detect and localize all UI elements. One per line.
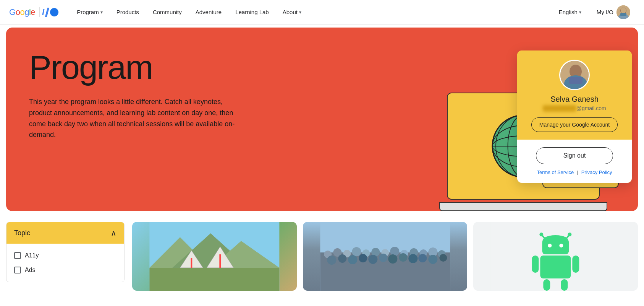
- hero-title: Program: [29, 50, 243, 84]
- svg-rect-71: [544, 279, 550, 291]
- svg-point-54: [379, 254, 387, 262]
- nav-learning-lab[interactable]: Learning Lab: [229, 6, 275, 18]
- filter-items: A11y Ads: [6, 244, 124, 282]
- svg-rect-69: [532, 256, 539, 273]
- sign-out-button[interactable]: Sign out: [536, 147, 613, 164]
- svg-point-3: [621, 7, 626, 13]
- privacy-policy-link[interactable]: Privacy Policy: [581, 169, 612, 175]
- nav-adventure[interactable]: Adventure: [189, 6, 228, 18]
- svg-point-58: [418, 254, 427, 262]
- io-logo: I: [39, 7, 58, 17]
- nav-links: Program ▾ Products Community Adventure L…: [71, 6, 554, 18]
- filter-label-a11y: A11y: [25, 252, 39, 259]
- svg-point-52: [359, 254, 367, 262]
- svg-point-57: [408, 254, 417, 263]
- user-name: Selva Ganesh: [550, 95, 599, 104]
- hero-description: This year the program looks a little dif…: [29, 96, 243, 140]
- svg-point-50: [338, 254, 346, 263]
- filter-item-a11y[interactable]: A11y: [14, 248, 117, 263]
- filter-title: Topic: [14, 229, 30, 237]
- outdoor-illustration: [132, 222, 297, 291]
- navigation: Google I Program ▾ Products Community Ad…: [0, 0, 644, 24]
- avatar: [616, 5, 630, 19]
- email-redacted: ████████: [543, 105, 576, 111]
- svg-rect-72: [561, 279, 568, 291]
- android-illustration: [473, 222, 638, 291]
- svg-rect-70: [573, 256, 579, 273]
- svg-point-65: [568, 233, 572, 236]
- hero-text: Program This year the program looks a li…: [29, 50, 243, 140]
- nav-right: English ▾ My I/O: [554, 3, 635, 21]
- card-android[interactable]: [473, 222, 638, 291]
- filter-header[interactable]: Topic ∧: [6, 222, 124, 244]
- dropdown-footer: Sign out Terms of Service | Privacy Poli…: [517, 140, 632, 183]
- svg-point-49: [327, 256, 336, 265]
- card-outdoor[interactable]: [132, 222, 297, 291]
- svg-point-60: [439, 254, 447, 262]
- content-cards: [132, 222, 638, 291]
- svg-point-53: [368, 255, 377, 264]
- svg-rect-24: [569, 77, 583, 84]
- filter-label-ads: Ads: [25, 267, 36, 273]
- nav-about[interactable]: About ▾: [277, 6, 307, 18]
- svg-rect-33: [219, 254, 221, 268]
- svg-rect-29: [149, 268, 279, 291]
- crowd-illustration: [303, 222, 468, 291]
- svg-point-67: [560, 244, 563, 247]
- chevron-down-icon: ▾: [299, 10, 301, 15]
- svg-point-59: [428, 255, 437, 264]
- nav-program[interactable]: Program ▾: [71, 6, 109, 18]
- nav-products[interactable]: Products: [110, 6, 145, 18]
- user-email: ████████@gmail.com: [543, 105, 606, 111]
- chevron-down-icon: ▾: [100, 10, 103, 15]
- checkbox-ads[interactable]: [14, 267, 21, 273]
- svg-rect-32: [191, 258, 192, 268]
- dropdown-avatar: [559, 60, 590, 90]
- google-logo-text: Google: [9, 7, 35, 17]
- dropdown-header: Selva Ganesh ████████@gmail.com Manage y…: [517, 50, 632, 140]
- hero-section: Program This year the program looks a li…: [6, 28, 638, 211]
- svg-point-43: [390, 247, 399, 256]
- laptop-base: [439, 202, 607, 211]
- manage-account-button[interactable]: Manage your Google Account: [531, 117, 618, 132]
- logo[interactable]: Google I: [9, 7, 58, 17]
- bottom-section: Topic ∧ A11y Ads: [0, 214, 644, 298]
- chevron-down-icon: ▾: [579, 10, 581, 15]
- dropdown-legal-links: Terms of Service | Privacy Policy: [537, 169, 612, 175]
- svg-rect-4: [620, 13, 626, 16]
- svg-rect-68: [540, 256, 571, 278]
- link-separator: |: [577, 169, 578, 175]
- filter-sidebar: Topic ∧ A11y Ads: [6, 222, 125, 282]
- user-dropdown: Selva Ganesh ████████@gmail.com Manage y…: [517, 50, 632, 183]
- filter-item-ads[interactable]: Ads: [14, 263, 117, 277]
- svg-point-63: [540, 233, 544, 236]
- chevron-up-icon: ∧: [111, 228, 117, 238]
- language-selector[interactable]: English ▾: [554, 6, 586, 18]
- checkbox-a11y[interactable]: [14, 252, 21, 259]
- card-crowd[interactable]: [303, 222, 468, 291]
- svg-point-39: [352, 247, 361, 256]
- svg-point-51: [348, 255, 357, 264]
- svg-point-55: [388, 254, 397, 264]
- nav-community[interactable]: Community: [147, 6, 188, 18]
- my-io-button[interactable]: My I/O: [592, 3, 635, 21]
- svg-point-56: [399, 253, 407, 262]
- terms-of-service-link[interactable]: Terms of Service: [537, 169, 574, 175]
- svg-point-66: [548, 244, 552, 247]
